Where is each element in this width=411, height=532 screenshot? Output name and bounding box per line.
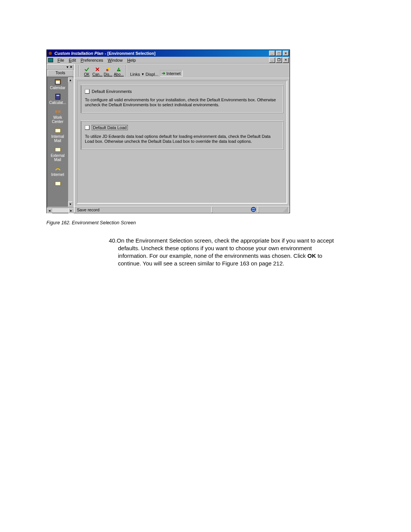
maximize-button[interactable]: □ [276, 51, 282, 56]
title-suffix: - [Environment Selection] [105, 51, 155, 56]
calculator-label: Calculat... [48, 101, 68, 105]
body-bold: OK [307, 252, 316, 259]
emaill-label1: External [48, 153, 68, 158]
titlebar: Custom Installation Plan - [Environment … [47, 50, 290, 57]
status-cell-2 [212, 207, 258, 213]
sidebar-hscroll[interactable]: ◄ ► [47, 208, 74, 213]
sidebar-item-internal-mail[interactable]: Internal Mail [48, 126, 68, 145]
extra-icon [54, 180, 62, 187]
size-grip[interactable] [259, 207, 289, 213]
tools-header-btns[interactable]: ▾ ✕ [67, 65, 73, 69]
checkbox-default-data-load[interactable]: Default Data Load [85, 125, 279, 130]
doc-icon [48, 58, 54, 63]
workcenter-icon [54, 108, 62, 115]
mdi-restore[interactable]: ❐ [276, 58, 282, 63]
body-paragraph: 40.On the Environment Selection screen, … [109, 237, 339, 267]
menu-preferences[interactable]: PreferencesPreferences [78, 58, 105, 62]
chevron-down-icon: ▼ [141, 72, 145, 76]
group-default-data-load: Default Data Load To utilize JD Edwards … [81, 121, 284, 150]
sidebar-item-extra[interactable] [48, 179, 68, 190]
links-button[interactable]: Links ▼ Displ... [130, 72, 158, 77]
step-number: 40. [109, 237, 117, 244]
sidebar-item-workcenter[interactable]: Work Center [48, 107, 68, 126]
displ-label: Displ... [146, 72, 159, 77]
sidebar-item-external-mail[interactable]: External Mail [48, 145, 68, 164]
internal-mail-icon [54, 127, 62, 134]
svg-rect-7 [58, 110, 61, 113]
sidebar-scrollbar[interactable]: ▲ ▼ [68, 77, 73, 207]
menubar: FFileile EditEdit PreferencesPreferences… [47, 57, 290, 64]
content-pane: Default Environments To configure all va… [77, 80, 287, 204]
checkbox-icon [85, 89, 89, 94]
scroll-down-icon[interactable]: ▼ [68, 201, 73, 207]
checkbox-icon [85, 125, 89, 130]
status-text: Save record [75, 207, 212, 213]
checkbox-data-label: Default Data Load [92, 125, 128, 130]
svg-text:?: ? [118, 68, 120, 72]
svg-point-14 [251, 207, 256, 212]
checkbox-default-environments[interactable]: Default Environments [85, 89, 279, 94]
calendar-label: Calendar [48, 86, 68, 90]
display-button[interactable]: Dis... [103, 66, 113, 77]
hscroll-right-icon[interactable]: ► [68, 208, 74, 213]
svg-rect-1 [48, 58, 53, 62]
display-label: Dis... [103, 72, 113, 77]
tool-list: Calendar Calculat... Work Center [47, 77, 74, 208]
internet-button[interactable]: ➔ Internet [160, 70, 182, 77]
internet-arrow-icon: ➔ [162, 71, 165, 76]
menu-help[interactable]: HelpHelp [125, 58, 138, 62]
client-area: ▾ ✕ Tools Calendar Calculat... [47, 64, 290, 213]
ok-icon [81, 66, 92, 72]
svg-rect-6 [55, 110, 57, 113]
grip-icon [284, 208, 288, 212]
data-description: To utilize JD Edwards data load options … [85, 134, 279, 144]
internet-btn-label: Internet [166, 71, 180, 76]
external-mail-icon [54, 146, 62, 153]
app-icon [48, 51, 53, 56]
calculator-icon [54, 93, 62, 100]
checkbox-env-label: Default Environments [92, 89, 132, 94]
app-window: Custom Installation Plan - [Environment … [46, 50, 290, 213]
mdi-minimize[interactable]: _ [269, 58, 275, 63]
imail-label1: Internal [48, 134, 68, 139]
figure-caption: Figure 162. Environment Selection Screen [46, 220, 290, 225]
svg-rect-8 [55, 129, 61, 133]
close-button[interactable]: × [283, 51, 289, 56]
display-icon [103, 66, 113, 72]
mdi-close[interactable]: × [283, 58, 289, 63]
group-default-environments: Default Environments To configure all va… [81, 85, 284, 113]
page: Custom Installation Plan - [Environment … [0, 50, 411, 532]
toolbar: OK Can... Dis... ? Abo... [75, 64, 290, 78]
menu-file[interactable]: FFileile [55, 58, 67, 62]
about-button[interactable]: ? Abo... [113, 66, 124, 77]
sidebar-item-calendar[interactable]: Calendar [48, 77, 68, 92]
svg-rect-10 [55, 182, 61, 185]
minimize-button[interactable]: _ [269, 51, 275, 56]
title-italic: Custom Installation Plan [54, 51, 103, 56]
imail-label2: Mail [48, 139, 68, 143]
menu-edit[interactable]: EditEdit [67, 58, 78, 62]
internet-sidebar-icon [54, 165, 62, 172]
svg-rect-9 [55, 148, 61, 152]
svg-rect-3 [56, 81, 60, 84]
menu-window[interactable]: WindowWindow [105, 58, 125, 62]
sidebar-item-internet[interactable]: Internet [48, 164, 68, 179]
statusbar: Save record [75, 206, 290, 213]
tools-tab[interactable]: Tools [48, 70, 73, 76]
svg-point-12 [108, 67, 110, 70]
cancel-label: Can... [92, 72, 103, 77]
internet-label: Internet [48, 173, 68, 177]
mdi-buttons: _ ❐ × [269, 58, 289, 63]
hscroll-left-icon[interactable]: ◄ [47, 208, 52, 213]
figure-wrap: Custom Installation Plan - [Environment … [46, 50, 290, 225]
body-before: On the Environment Selection screen, che… [117, 237, 334, 259]
work-label1: Work [48, 115, 68, 120]
scroll-up-icon[interactable]: ▲ [68, 77, 73, 83]
about-label: Abo... [113, 72, 124, 77]
ok-button[interactable]: OK [81, 66, 92, 77]
calendar-icon [54, 78, 62, 85]
cancel-button[interactable]: Can... [92, 66, 103, 77]
ok-label: OK [81, 72, 92, 77]
sidebar-item-calculator[interactable]: Calculat... [48, 92, 68, 107]
svg-point-0 [48, 51, 52, 55]
